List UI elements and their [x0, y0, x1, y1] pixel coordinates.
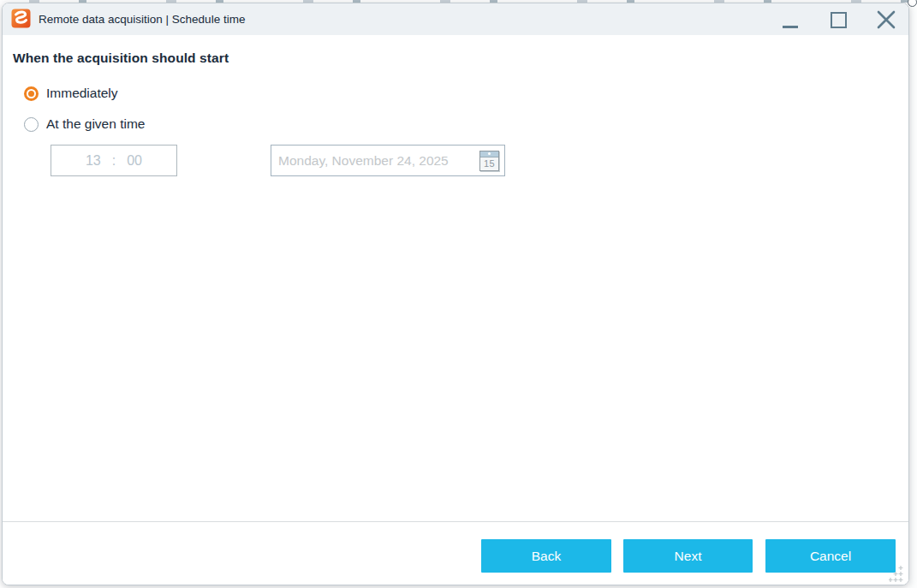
close-icon [876, 9, 896, 30]
time-minutes-value[interactable]: 00 [127, 153, 142, 169]
app-logo-icon [11, 9, 31, 28]
dialog-window: Remote data acquisition | Schedule time … [2, 3, 909, 585]
calendar-icon-header [480, 151, 498, 157]
page-title: When the acquisition should start [13, 50, 229, 66]
date-picker-input[interactable]: Monday, November 24, 2025 15 [271, 145, 505, 176]
date-value[interactable]: Monday, November 24, 2025 [278, 153, 479, 169]
radio-option-immediately-label: Immediately [46, 86, 118, 101]
radio-option-at-given-time[interactable]: At the given time [24, 116, 145, 132]
window-title: Remote data acquisition | Schedule time [39, 3, 245, 35]
cancel-button[interactable]: Cancel [765, 539, 896, 573]
radio-option-immediately[interactable]: Immediately [24, 86, 118, 101]
radio-unselected-icon[interactable] [24, 117, 39, 132]
radio-selected-icon[interactable] [24, 86, 39, 101]
radio-option-at-given-time-label: At the given time [46, 116, 145, 132]
resize-grip[interactable] [889, 565, 906, 582]
maximize-button[interactable] [825, 6, 852, 33]
time-input[interactable]: 13 : 00 [51, 145, 177, 176]
minimize-icon [783, 26, 798, 28]
maximize-icon [831, 12, 847, 28]
background-window-sliver-right [909, 0, 917, 588]
titlebar[interactable]: Remote data acquisition | Schedule time [3, 3, 908, 35]
minimize-button[interactable] [777, 6, 804, 33]
next-button[interactable]: Next [623, 539, 753, 573]
calendar-icon-dot [488, 152, 491, 155]
time-hours-value[interactable]: 13 [86, 153, 101, 169]
calendar-icon-day: 15 [480, 157, 498, 170]
back-button[interactable]: Back [481, 539, 611, 573]
close-button[interactable] [872, 6, 900, 33]
calendar-icon[interactable]: 15 [479, 151, 499, 171]
time-separator: : [112, 153, 116, 169]
footer: Back Next Cancel [3, 521, 908, 585]
